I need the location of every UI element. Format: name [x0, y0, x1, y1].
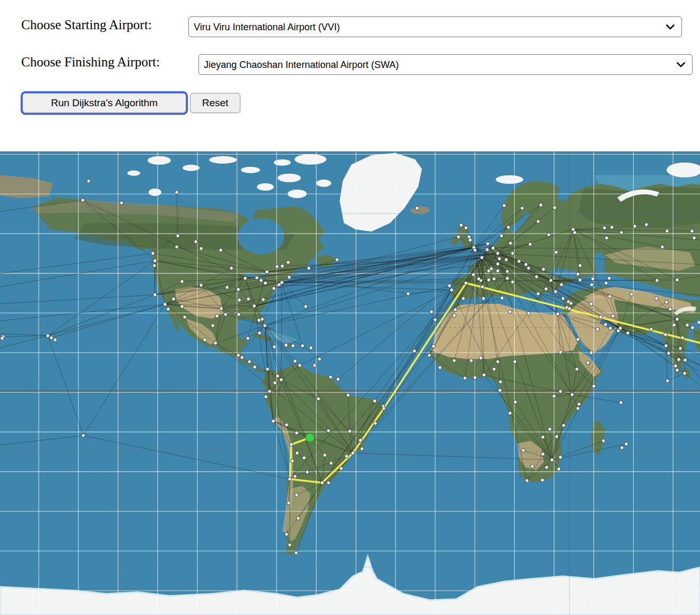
airport-dot[interactable] — [603, 226, 606, 229]
airport-dot[interactable] — [430, 310, 433, 313]
airport-dot[interactable] — [264, 281, 267, 285]
airport-dot[interactable] — [608, 295, 611, 298]
airport-dot[interactable] — [176, 234, 179, 237]
airport-dot[interactable] — [599, 315, 602, 319]
airport-dot[interactable] — [496, 252, 499, 255]
airport-dot[interactable] — [374, 422, 377, 425]
airport-dot[interactable] — [487, 278, 490, 281]
airport-dot[interactable] — [555, 251, 558, 254]
airport-dot[interactable] — [462, 297, 465, 300]
airport-dot[interactable] — [348, 430, 351, 433]
airport-dot[interactable] — [661, 245, 664, 249]
airport-dot[interactable] — [561, 297, 565, 300]
airport-dot[interactable] — [470, 359, 473, 362]
airport-dot[interactable] — [509, 242, 512, 245]
airport-dot[interactable] — [153, 293, 157, 296]
airport-dot[interactable] — [676, 278, 679, 281]
airport-dot[interactable] — [541, 479, 544, 482]
airport-dot[interactable] — [306, 471, 309, 474]
airport-dot[interactable] — [559, 456, 562, 459]
airport-dot[interactable] — [676, 318, 679, 321]
airport-dot[interactable] — [650, 328, 653, 331]
airport-dot[interactable] — [590, 283, 593, 286]
airport-dot[interactable] — [219, 249, 222, 252]
airport-dot[interactable] — [605, 236, 608, 240]
airport-dot[interactable] — [295, 551, 298, 554]
airport-dot[interactable] — [610, 226, 613, 229]
airport-dot[interactable] — [506, 270, 509, 273]
airport-dot[interactable] — [496, 360, 499, 363]
airport-dot[interactable] — [298, 364, 301, 367]
airport-dot[interactable] — [541, 435, 545, 439]
airport-dot[interactable] — [238, 298, 241, 302]
airport-dot[interactable] — [557, 467, 560, 471]
airport-dot[interactable] — [297, 517, 300, 520]
airport-dot[interactable] — [604, 281, 608, 285]
airport-dot[interactable] — [260, 279, 263, 282]
airport-dot[interactable] — [268, 390, 271, 393]
airport-dot[interactable] — [664, 333, 667, 336]
airport-dot[interactable] — [287, 261, 290, 264]
airport-dot[interactable] — [609, 327, 612, 330]
airport-dot[interactable] — [273, 345, 276, 348]
airport-dot[interactable] — [253, 365, 256, 369]
start-airport-select[interactable]: Viru Viru International Airport (VVI) — [188, 16, 682, 37]
airport-dot[interactable] — [284, 344, 288, 347]
airport-dot[interactable] — [521, 207, 524, 210]
airport-dot[interactable] — [413, 349, 416, 353]
airport-dot[interactable] — [517, 260, 521, 263]
airport-dot[interactable] — [619, 401, 623, 404]
airport-dot[interactable] — [552, 395, 556, 398]
airport-dot[interactable] — [194, 240, 197, 243]
airport-dot[interactable] — [611, 314, 615, 318]
airport-dot[interactable] — [291, 344, 295, 347]
airport-dot[interactable] — [590, 351, 593, 354]
airport-dot[interactable] — [553, 206, 556, 209]
airport-dot[interactable] — [677, 358, 680, 361]
airport-dot[interactable] — [463, 377, 466, 380]
airport-dot[interactable] — [664, 344, 668, 347]
airport-dot[interactable] — [665, 301, 668, 304]
airport-dot[interactable] — [318, 357, 321, 361]
airport-dot[interactable] — [633, 225, 636, 228]
airport-dot[interactable] — [321, 481, 324, 484]
airport-dot[interactable] — [428, 354, 431, 357]
airport-dot[interactable] — [215, 314, 219, 318]
airport-dot[interactable] — [244, 277, 247, 280]
airport-dot[interactable] — [562, 424, 565, 427]
airport-dot[interactable] — [359, 439, 362, 442]
airport-dot[interactable] — [479, 356, 482, 360]
airport-dot[interactable] — [568, 307, 571, 310]
airport-dot[interactable] — [416, 207, 419, 210]
airport-dot[interactable] — [172, 297, 175, 301]
map[interactable] — [0, 151, 700, 615]
airport-dot[interactable] — [549, 279, 552, 282]
airport-dot[interactable] — [500, 296, 504, 300]
airport-dot[interactable] — [511, 252, 514, 255]
airport-dot[interactable] — [498, 257, 501, 260]
airport-dot[interactable] — [313, 364, 316, 367]
airport-dot[interactable] — [477, 277, 480, 280]
airport-dot[interactable] — [492, 368, 496, 371]
airport-dot[interactable] — [200, 247, 203, 250]
airport-dot[interactable] — [175, 245, 178, 249]
airport-dot[interactable] — [464, 281, 468, 285]
airport-dot[interactable] — [265, 270, 269, 274]
airport-dot[interactable] — [285, 533, 288, 536]
airport-dot[interactable] — [261, 318, 264, 321]
airport-dot[interactable] — [683, 372, 686, 375]
airport-dot[interactable] — [280, 378, 283, 381]
airport-dot[interactable] — [511, 280, 514, 284]
airport-dot[interactable] — [183, 315, 186, 319]
airport-dot[interactable] — [590, 302, 593, 305]
airport-dot[interactable] — [591, 277, 594, 280]
airport-dot[interactable] — [281, 264, 284, 268]
airport-dot[interactable] — [550, 458, 554, 462]
airport-dot[interactable] — [288, 543, 291, 546]
airport-dot[interactable] — [287, 501, 290, 505]
airport-dot[interactable] — [214, 341, 217, 345]
airport-dot[interactable] — [672, 323, 676, 327]
airport-dot[interactable] — [481, 285, 484, 288]
airport-dot[interactable] — [153, 259, 157, 262]
airport-dot[interactable] — [693, 236, 696, 240]
